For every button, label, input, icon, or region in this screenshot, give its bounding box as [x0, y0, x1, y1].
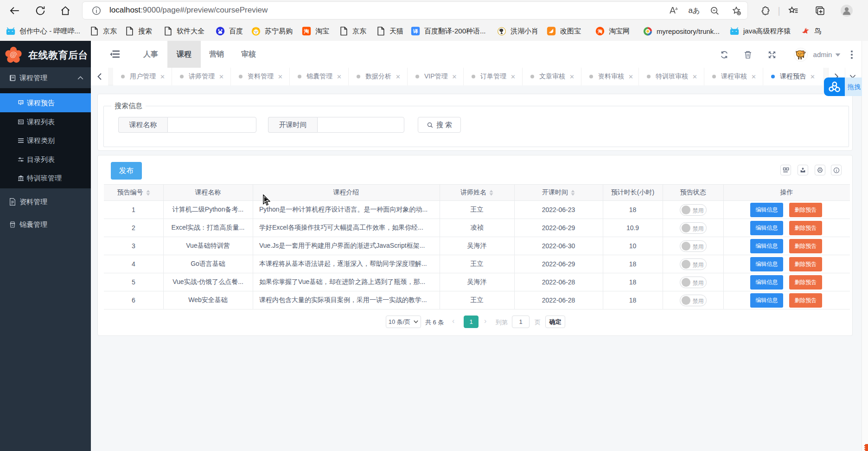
svg-text:译: 译 [413, 28, 419, 34]
svg-text:淘: 淘 [597, 29, 602, 34]
svg-text:淘: 淘 [304, 28, 309, 34]
